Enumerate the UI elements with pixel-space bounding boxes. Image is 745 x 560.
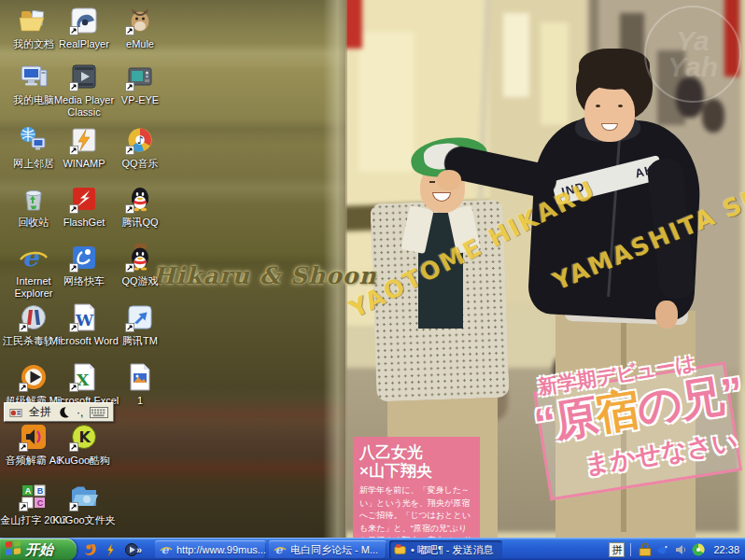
headline-segment: 兄 — [676, 371, 725, 426]
shortcut-arrow-icon — [125, 204, 134, 214]
task-browser-1[interactable]: ehttp://www.99mus... — [155, 540, 266, 559]
desktop-icon-tencent-qq[interactable]: 腾讯QQ — [101, 184, 179, 229]
svg-text:e: e — [22, 243, 40, 272]
desktop-icon-kugoo-folder[interactable]: KuGoo文件夹 — [45, 482, 123, 526]
shortcut-arrow-icon — [125, 82, 134, 91]
headline-segment: 原 — [551, 390, 600, 445]
ms-excel-icon: X — [69, 362, 99, 392]
ime-punctuation-button[interactable]: ·, — [74, 404, 86, 420]
desktop-icon-tencent-tm[interactable]: 腾讯TM — [101, 302, 179, 347]
desktop-icon-label: KuGoo酷狗 — [56, 455, 112, 467]
image-1-icon — [125, 362, 155, 392]
desktop-icon-kugoo[interactable]: KKuGoo酷狗 — [45, 422, 123, 467]
emule-icon — [125, 6, 155, 35]
tray-music-disc-icon[interactable] — [691, 542, 706, 557]
shortcut-arrow-icon — [69, 442, 78, 452]
shortcut-arrow-icon — [69, 82, 78, 91]
tencent-tm-icon — [125, 302, 155, 332]
desktop-icon-emule[interactable]: eMule — [101, 6, 179, 50]
desktop-icon-qq-music[interactable]: ♪QQ音乐 — [101, 125, 179, 170]
shortcut-arrow-icon — [69, 383, 78, 392]
kugoo-folder-icon — [69, 482, 99, 511]
task-browser-2-label: 电白同乡论坛 - M... — [290, 543, 378, 557]
watermark-line2: Yah — [668, 54, 718, 81]
shortcut-arrow-icon — [69, 263, 78, 273]
boy-right-hand-on-shoulder — [437, 170, 461, 190]
ime-language-bar[interactable]: 全拼 ·, — [4, 402, 114, 422]
tray-volume-icon[interactable] — [673, 542, 688, 557]
magazine-caption-box: 八乙女光 ×山下翔央 新学年を前に、「変身した～い」という光を、翔央が原宿へご招… — [353, 437, 480, 538]
ql-swirl-icon[interactable] — [82, 542, 98, 558]
headline-segment: 宿 — [592, 384, 641, 439]
caption-title-line1: 八乙女光 — [359, 443, 473, 462]
desktop-icon-label: 网络快车 — [62, 275, 106, 287]
desktop-icon-label: 腾讯TM — [120, 335, 160, 347]
shortcut-arrow-icon — [125, 263, 134, 273]
task-browser-2-icon: e — [274, 543, 287, 556]
quick-launch-chevron[interactable]: » — [136, 539, 142, 560]
shortcut-arrow-icon — [19, 442, 28, 452]
ime-locale-icon[interactable] — [7, 404, 25, 420]
wallpaper-title: Hikaru & Shoon — [153, 262, 377, 289]
desktop-icon-label: QQ游戏 — [119, 275, 160, 287]
ime-fullwidth-moon-button[interactable] — [55, 404, 73, 420]
windows-logo-icon — [5, 539, 21, 560]
qq-games-icon — [125, 243, 155, 273]
tray-ime-indicator[interactable]: 拼 — [609, 542, 625, 557]
task-chat-icon — [394, 543, 407, 556]
boy-left-eye-left — [429, 181, 435, 183]
desktop-icon-label: 腾讯QQ — [119, 217, 160, 229]
shortcut-arrow-icon — [69, 146, 78, 155]
caption-title-line2: ×山下翔央 — [359, 462, 473, 481]
quick-launch-area — [78, 539, 139, 560]
task-chat[interactable]: • 嘟吧¶ - 发送消息 — [389, 540, 502, 559]
ime-softkeyboard-button[interactable] — [87, 404, 111, 420]
desktop-icon-vp-eye[interactable]: VP-EYE — [101, 62, 179, 106]
svg-text:e: e — [162, 543, 170, 556]
shortcut-arrow-icon — [69, 502, 78, 511]
tencent-qq-icon — [125, 184, 155, 214]
taskbar: 开始 » ehttp://www.99mus...e电白同乡论坛 - M...•… — [0, 538, 745, 560]
task-browser-1-label: http://www.99mus... — [176, 544, 266, 555]
tray-nettrans-icon[interactable] — [655, 542, 670, 557]
ql-winamp-icon[interactable] — [103, 542, 119, 558]
magazine-headline: 新学期デビューは “原宿の兄” まかせなさい — [521, 340, 745, 531]
qq-music-icon: ♪ — [125, 125, 155, 155]
system-tray: 拼 22:38 — [609, 539, 745, 560]
tray-qq-icon[interactable] — [638, 542, 653, 557]
desktop: IND AK — [0, 0, 745, 538]
desktop-icon-label: eMule — [124, 38, 156, 50]
shortcut-arrow-icon — [125, 26, 134, 35]
task-chat-label: • 嘟吧¶ - 发送消息 — [411, 543, 494, 557]
kugoo-icon: K — [69, 422, 99, 452]
desktop-icon-label: QQ音乐 — [119, 158, 160, 170]
ime-name-button[interactable]: 全拼 — [26, 404, 54, 420]
taskbar-clock[interactable]: 22:38 — [713, 544, 739, 555]
task-browser-1-icon: e — [160, 543, 173, 556]
desktop-icon-image-1[interactable]: 1 — [101, 362, 179, 407]
tray-icons — [638, 542, 706, 557]
shortcut-arrow-icon — [125, 146, 134, 155]
xp-desktop-screen: IND AK — [0, 0, 745, 560]
watermark-logo: Ya Yah — [644, 6, 741, 103]
shortcut-arrow-icon — [125, 323, 134, 332]
shortcut-arrow-icon — [69, 323, 78, 332]
shortcut-arrow-icon — [69, 26, 78, 35]
realplayer-icon — [69, 6, 99, 35]
desktop-icon-qq-games[interactable]: QQ游戏 — [101, 243, 179, 287]
headline-segment: の — [634, 377, 684, 433]
svg-text:X: X — [77, 371, 90, 389]
desktop-icon-label: KuGoo文件夹 — [50, 514, 117, 526]
nettransport-icon — [69, 243, 99, 273]
vp-eye-icon — [125, 62, 155, 91]
svg-text:C: C — [37, 498, 44, 508]
task-browser-2[interactable]: e电白同乡论坛 - M... — [269, 540, 387, 559]
start-button[interactable]: 开始 — [0, 539, 77, 560]
svg-text:B: B — [37, 486, 44, 496]
flashget-icon — [69, 184, 99, 214]
watermark-line1: Ya — [676, 28, 710, 55]
svg-text:e: e — [275, 543, 284, 556]
wallpaper-photo: IND AK — [345, 0, 745, 538]
media-player-classic-icon — [69, 62, 99, 91]
ms-word-icon: W — [69, 302, 99, 332]
